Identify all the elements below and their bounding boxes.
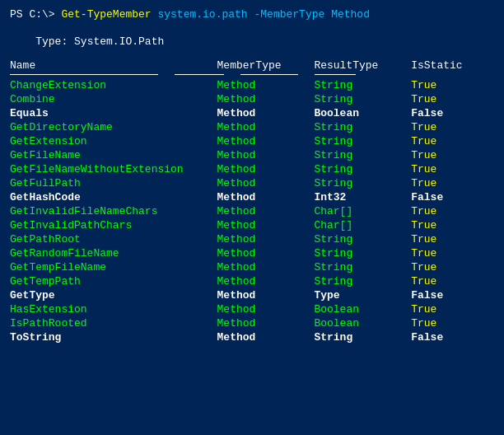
cell-isstatic: False [411, 330, 494, 344]
cell-name: GetTempPath [10, 274, 217, 288]
cell-resulttype: String [314, 260, 411, 274]
cell-isstatic: False [411, 106, 494, 120]
cell-membertype: Method [217, 274, 315, 288]
table-row: GetTempFileName Method String True [10, 260, 494, 274]
cell-resulttype: Boolean [314, 106, 411, 120]
table-row: Equals Method Boolean False [10, 106, 494, 120]
table-row: GetTempPath Method String True [10, 274, 494, 288]
table-row: GetFullPath Method String True [10, 176, 494, 190]
cell-isstatic: True [411, 204, 494, 218]
cell-membertype: Method [217, 218, 315, 232]
cell-membertype: Method [217, 316, 315, 330]
cell-resulttype: Type [314, 288, 411, 302]
table-row: GetFileName Method String True [10, 148, 494, 162]
prompt-flagval: Method [331, 8, 370, 21]
cell-name: GetTempFileName [10, 260, 217, 274]
cell-isstatic: True [411, 246, 494, 260]
cell-resulttype: String [314, 330, 411, 344]
table-row: GetType Method Type False [10, 288, 494, 302]
cell-name: HasExtension [10, 302, 217, 316]
table-row: ChangeExtension Method String True [10, 78, 494, 92]
cell-isstatic: True [411, 316, 494, 330]
cell-resulttype: Char[] [314, 218, 411, 232]
prompt-line: PS C:\> Get-TypeMember system.io.path -M… [10, 8, 494, 21]
col-header-name: Name [10, 59, 217, 73]
cell-membertype: Method [217, 260, 315, 274]
cell-isstatic: True [411, 148, 494, 162]
cell-resulttype: String [314, 274, 411, 288]
cell-name: GetHashCode [10, 190, 217, 204]
cell-isstatic: True [411, 120, 494, 134]
table-row: IsPathRooted Method Boolean True [10, 316, 494, 330]
table-body: ChangeExtension Method String True Combi… [10, 78, 494, 344]
table-row: GetHashCode Method Int32 False [10, 190, 494, 204]
prompt-arg: system.io.path [157, 8, 247, 21]
cell-resulttype: String [314, 92, 411, 106]
cell-resulttype: Boolean [314, 316, 411, 330]
prompt-flag: -MemberType [254, 8, 324, 21]
cell-isstatic: True [411, 218, 494, 232]
cell-membertype: Method [217, 232, 315, 246]
cell-isstatic: True [411, 134, 494, 148]
table-row: GetDirectoryName Method String True [10, 120, 494, 134]
cell-name: Equals [10, 106, 217, 120]
cell-resulttype: String [314, 232, 411, 246]
cell-name: Combine [10, 92, 217, 106]
cell-isstatic: True [411, 274, 494, 288]
cell-membertype: Method [217, 120, 315, 134]
cell-isstatic: False [411, 288, 494, 302]
cell-isstatic: True [411, 162, 494, 176]
col-header-membertype: MemberType [217, 59, 315, 73]
table-row: GetFileNameWithoutExtension Method Strin… [10, 162, 494, 176]
members-table: Name MemberType ResultType IsStatic Chan… [10, 59, 494, 344]
type-header: Type: System.IO.Path [10, 35, 494, 48]
table-row: GetRandomFileName Method String True [10, 246, 494, 260]
cell-name: ToString [10, 330, 217, 344]
cell-membertype: Method [217, 302, 315, 316]
cell-name: IsPathRooted [10, 316, 217, 330]
cell-membertype: Method [217, 92, 315, 106]
table-row: GetInvalidPathChars Method Char[] True [10, 218, 494, 232]
cell-name: GetInvalidPathChars [10, 218, 217, 232]
table-row: HasExtension Method Boolean True [10, 302, 494, 316]
cell-name: GetInvalidFileNameChars [10, 204, 217, 218]
table-row: GetPathRoot Method String True [10, 232, 494, 246]
cell-resulttype: Int32 [314, 190, 411, 204]
table-row: GetInvalidFileNameChars Method Char[] Tr… [10, 204, 494, 218]
cell-name: GetFullPath [10, 176, 217, 190]
prompt-prefix: PS C:\> [10, 8, 55, 21]
cell-name: GetType [10, 288, 217, 302]
prompt-command: Get-TypeMember [61, 8, 151, 21]
table-row: GetExtension Method String True [10, 134, 494, 148]
cell-membertype: Method [217, 78, 315, 92]
cell-resulttype: String [314, 134, 411, 148]
cell-isstatic: True [411, 176, 494, 190]
cell-membertype: Method [217, 162, 315, 176]
cell-isstatic: True [411, 302, 494, 316]
cell-membertype: Method [217, 246, 315, 260]
cell-isstatic: True [411, 232, 494, 246]
cell-name: GetFileNameWithoutExtension [10, 162, 217, 176]
cell-membertype: Method [217, 148, 315, 162]
cell-name: GetExtension [10, 134, 217, 148]
cell-membertype: Method [217, 190, 315, 204]
table-row: ToString Method String False [10, 330, 494, 344]
cell-isstatic: True [411, 92, 494, 106]
cell-resulttype: Char[] [314, 204, 411, 218]
cell-isstatic: True [411, 260, 494, 274]
cell-isstatic: True [411, 78, 494, 92]
cell-resulttype: String [314, 176, 411, 190]
table-row: Combine Method String True [10, 92, 494, 106]
cell-name: GetPathRoot [10, 232, 217, 246]
cell-name: GetFileName [10, 148, 217, 162]
cell-resulttype: Boolean [314, 302, 411, 316]
cell-name: GetDirectoryName [10, 120, 217, 134]
cell-membertype: Method [217, 330, 315, 344]
col-header-isstatic: IsStatic [411, 59, 494, 73]
cell-name: ChangeExtension [10, 78, 217, 92]
cell-membertype: Method [217, 106, 315, 120]
cell-resulttype: String [314, 246, 411, 260]
cell-membertype: Method [217, 204, 315, 218]
col-header-resulttype: ResultType [314, 59, 411, 73]
cell-resulttype: String [314, 162, 411, 176]
